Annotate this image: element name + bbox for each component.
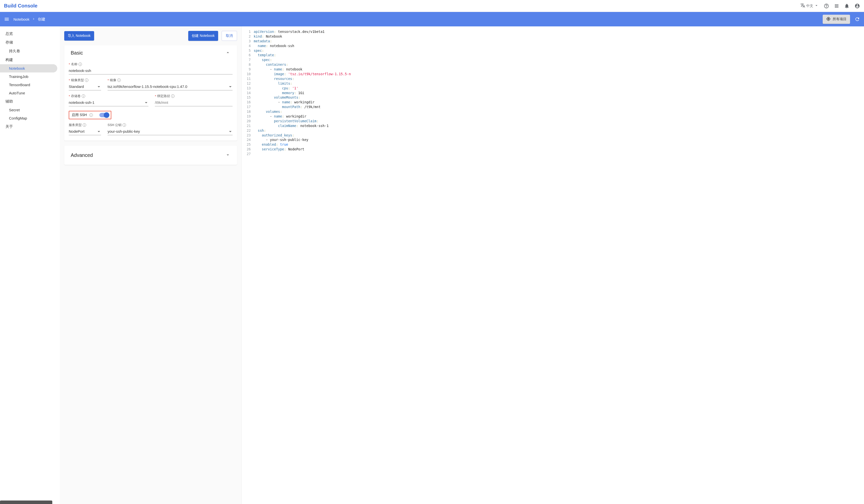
code-line: 3metadata: [242, 39, 864, 44]
code-line: 21 claimName: notebook-ssh-1 [242, 123, 864, 128]
basic-card: Basic *名称i [64, 45, 237, 141]
ssh-pubkey-label: SSH 公钥 [108, 123, 121, 127]
menu-icon[interactable] [4, 16, 10, 22]
refresh-icon[interactable] [854, 16, 860, 22]
info-icon[interactable]: i [171, 94, 175, 98]
code-line: 23 authorized_keys: [242, 133, 864, 138]
notifications-icon[interactable] [844, 3, 850, 9]
advanced-card: Advanced [64, 146, 237, 165]
service-type-select[interactable]: NodePort [69, 128, 101, 135]
sidebar-item-about[interactable]: 关于 [0, 122, 60, 131]
chevron-right-icon [32, 17, 35, 21]
import-notebook-button[interactable]: 导入 Notebook [64, 31, 94, 40]
code-line: 27 [242, 152, 864, 156]
all-projects-button[interactable]: 所有项目 [823, 15, 850, 24]
info-icon[interactable]: i [85, 79, 88, 82]
form-column: 导入 Notebook 创建 Notebook 取消 Basic [60, 26, 241, 504]
code-line: 8 containers: [242, 62, 864, 67]
sidebar-group-storage: 存储 [0, 38, 60, 47]
sidebar-item-trainingjob[interactable]: TrainingJob [0, 72, 57, 81]
action-row: 导入 Notebook 创建 Notebook 取消 [64, 31, 237, 41]
code-line: 18 volumes: [242, 109, 864, 114]
enable-ssh-toggle[interactable] [99, 113, 108, 117]
yaml-editor[interactable]: 1apiVersion: tensorstack.dev/v1beta12kin… [241, 26, 864, 504]
status-bar [0, 501, 52, 504]
code-line: 26 serviceType: NodePort [242, 147, 864, 152]
volume-select[interactable]: notebook-ssh-1 [69, 99, 148, 106]
account-icon[interactable] [854, 3, 860, 9]
code-line: 6 template: [242, 53, 864, 58]
code-line: 9 - name: notebook [242, 67, 864, 72]
breadcrumb: Notebook 创建 [13, 17, 45, 22]
sidebar-item-overview[interactable]: 总览 [0, 29, 60, 38]
advanced-title: Advanced [71, 152, 93, 158]
code-line: 2kind: Notebook [242, 34, 864, 39]
code-line: 20 persistentVolumeClaim: [242, 119, 864, 123]
info-icon[interactable]: i [79, 62, 82, 66]
code-line: 10 image: 'tsz.io/t9k/tensorflow-1.15.5-… [242, 72, 864, 76]
topbar-actions: 中文 [800, 3, 860, 9]
enable-ssh-callout: 启用 SSH i [69, 111, 111, 119]
info-icon[interactable]: i [82, 94, 85, 98]
code-line: 25 enabled: true [242, 142, 864, 147]
mount-input[interactable] [155, 99, 232, 106]
sidebar-item-pvc[interactable]: 持久卷 [0, 47, 57, 56]
ssh-pubkey-select[interactable]: your-ssh-public-key [108, 128, 232, 135]
basic-title: Basic [71, 50, 83, 56]
chevron-up-icon [225, 50, 230, 56]
sidebar-group-assist: 辅助 [0, 97, 60, 106]
chevron-down-icon [225, 152, 230, 158]
breadcrumb-create: 创建 [38, 17, 45, 22]
info-icon[interactable]: i [122, 123, 126, 127]
code-line: 24 - your-ssh-public-key [242, 137, 864, 142]
breadcrumb-notebook[interactable]: Notebook [13, 17, 29, 21]
language-switcher[interactable]: 中文 [800, 3, 819, 9]
language-label: 中文 [806, 4, 813, 8]
code-line: 19 - name: workingdir [242, 114, 864, 119]
sidebar-item-notebook[interactable]: Notebook [0, 64, 57, 72]
sidebar: 总览 存储 持久卷 构建 Notebook TrainingJob Tensor… [0, 26, 60, 504]
code-line: 13 cpu: '1' [242, 86, 864, 91]
code-line: 12 limits: [242, 81, 864, 86]
code-line: 17 mountPath: /t9k/mnt [242, 105, 864, 109]
code-line: 4 name: notebook-ssh [242, 44, 864, 48]
sidebar-group-build: 构建 [0, 56, 60, 64]
code-line: 1apiVersion: tensorstack.dev/v1beta1 [242, 29, 864, 34]
code-line: 14 memory: 1Gi [242, 91, 864, 95]
brand-title: Build Console [4, 3, 37, 9]
sidebar-item-configmap[interactable]: ConfigMap [0, 114, 57, 122]
code-line: 15 volumeMounts: [242, 95, 864, 100]
info-icon[interactable]: i [83, 123, 86, 127]
info-icon[interactable]: i [117, 79, 121, 82]
sidebar-item-autotune[interactable]: AutoTune [0, 89, 57, 97]
sidebar-item-tensorboard[interactable]: TensorBoard [0, 81, 57, 89]
sidebar-item-secret[interactable]: Secret [0, 106, 57, 114]
target-icon [826, 17, 831, 22]
help-icon[interactable] [824, 3, 829, 9]
advanced-card-header[interactable]: Advanced [64, 146, 237, 165]
info-icon[interactable]: i [89, 113, 93, 117]
image-select[interactable]: tsz.io/t9k/tensorflow-1.15.5-notebook-cp… [108, 83, 232, 91]
volume-label: 存储卷 [71, 94, 81, 98]
code-line: 7 spec: [242, 58, 864, 62]
mount-label: 绑定路径 [157, 94, 170, 98]
chevron-down-icon [814, 3, 819, 9]
service-type-label: 服务类型 [69, 123, 82, 127]
code-line: 5spec: [242, 48, 864, 53]
subheader: Notebook 创建 所有项目 [0, 12, 864, 26]
translate-icon [800, 3, 805, 9]
topbar: Build Console 中文 [0, 0, 864, 12]
basic-card-header[interactable]: Basic [64, 45, 237, 59]
create-notebook-button[interactable]: 创建 Notebook [188, 31, 218, 41]
name-input[interactable] [69, 67, 232, 74]
cancel-button[interactable]: 取消 [221, 31, 237, 41]
code-line: 22 ssh: [242, 128, 864, 133]
code-line: 16 - name: workingdir [242, 100, 864, 105]
all-projects-label: 所有项目 [832, 17, 847, 21]
image-label: 镜像 [110, 78, 116, 82]
apps-icon[interactable] [834, 3, 839, 9]
code-line: 11 resources: [242, 76, 864, 81]
main: 导入 Notebook 创建 Notebook 取消 Basic [60, 26, 864, 504]
name-label: 名称 [71, 62, 77, 67]
image-type-select[interactable]: Standard [69, 83, 101, 91]
